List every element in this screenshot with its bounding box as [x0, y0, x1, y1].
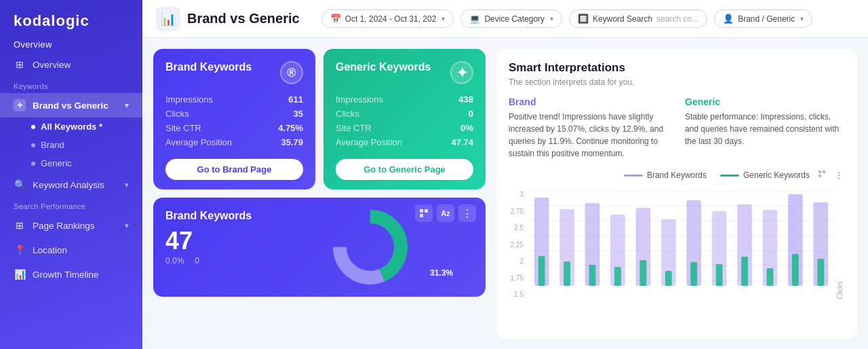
brand-ctr-metric: Site CTR 4.75%: [165, 121, 303, 135]
smart-interpretations-subtitle: The section interprets data for you.: [509, 77, 845, 87]
y-label-275: 2.75: [509, 208, 524, 215]
svg-rect-30: [614, 267, 621, 286]
chevron-down-icon: ▾: [550, 15, 553, 22]
date-range-filter[interactable]: 📅 Oct 1, 2024 - Oct 31, 202 ▾: [321, 10, 454, 28]
sidebar-item-growth-timeline[interactable]: 📊 Growth Timeline: [0, 262, 142, 287]
location-icon: 📍: [14, 244, 26, 256]
sidebar-item-brand-vs-generic[interactable]: ＋ Brand vs Generic ▾: [0, 93, 142, 117]
bar-chart-svg: [528, 191, 835, 296]
generic-legend-line: [720, 174, 739, 177]
growth-timeline-icon: 📊: [14, 268, 26, 280]
search-perf-label: Search Performance: [0, 197, 142, 213]
impressions-value: 438: [458, 94, 473, 105]
brand-kw-percent: 0.0%: [165, 256, 184, 265]
generic-legend-item: Generic Keywords: [720, 170, 810, 180]
device-icon: 💻: [469, 14, 480, 24]
go-to-generic-page-button[interactable]: Go to Generic Page: [336, 159, 473, 180]
y-label-175: 1.75: [509, 274, 524, 282]
device-category-filter[interactable]: 💻 Device Category ▾: [460, 10, 562, 28]
clicks-label: Clicks: [165, 109, 189, 119]
pos-label: Average Position: [165, 137, 232, 147]
chart-toolbar: ⋮: [816, 168, 845, 183]
ctr-label: Site CTR: [165, 123, 201, 133]
brand-kw-zero: 0: [195, 256, 199, 265]
sidebar-item-page-rankings[interactable]: ⊞ Page Rankings ▾: [0, 213, 142, 238]
pos-value: 35.79: [281, 137, 303, 147]
generic-pos-metric: Average Position 47.74: [336, 135, 473, 149]
keyword-analysis-icon: 🔍: [14, 179, 26, 191]
svg-rect-34: [716, 264, 723, 286]
chart-more-button[interactable]: ⋮: [833, 168, 845, 183]
keyword-icon: 🔲: [578, 14, 589, 24]
brand-legend-label: Brand Keywords: [647, 170, 707, 180]
segment-icon: 👤: [723, 14, 734, 24]
svg-rect-29: [589, 265, 596, 286]
sidebar-item-location[interactable]: 📍 Location: [0, 238, 142, 262]
header: 📊 Brand vs Generic 📅 Oct 1, 2024 - Oct 3…: [142, 0, 868, 38]
svg-rect-35: [741, 257, 748, 286]
sidebar-item-keyword-analysis[interactable]: 🔍 Keyword Analysis ▾: [0, 172, 142, 197]
go-to-brand-page-button[interactable]: Go to Brand Page: [165, 159, 303, 180]
left-panel: Brand Keywords ® Impressions 611 Clicks …: [153, 49, 486, 338]
page-rankings-icon: ⊞: [14, 219, 26, 232]
brand-interpretation-text: Positive trend! Impressions have slightl…: [509, 111, 669, 160]
y-label-right: Clicks: [835, 191, 845, 299]
chart-wrap: 3 2.75 2.5 2.25 2 1.75 1.5: [509, 191, 845, 299]
brand-legend-item: Brand Keywords: [624, 170, 707, 180]
svg-rect-6: [823, 170, 825, 173]
generic-legend-label: Generic Keywords: [743, 170, 810, 180]
sidebar-subitem-generic[interactable]: Generic: [0, 154, 142, 172]
brand-generic-icon: ＋: [14, 99, 26, 111]
segment-filter[interactable]: 👤 Brand / Generic ▾: [714, 10, 812, 28]
keyword-search-value: search co...: [656, 14, 698, 24]
brand-interpretation-label: Brand: [509, 96, 669, 107]
page-icon: 📊: [156, 7, 180, 31]
svg-rect-27: [538, 256, 545, 286]
clicks-value: 0: [469, 109, 473, 119]
chart-export-button[interactable]: [816, 168, 829, 183]
generic-card-header: Generic Keywords ✦: [336, 61, 473, 84]
svg-rect-38: [817, 259, 824, 286]
sidebar-subitem-all-keywords[interactable]: All Keywords *: [0, 117, 142, 136]
impressions-label: Impressions: [336, 94, 383, 105]
chart-legend: Brand Keywords Generic Keywords: [624, 170, 810, 180]
chart-area: Brand Keywords Generic Keywords: [509, 170, 845, 326]
brand-card-header: Brand Keywords ®: [165, 61, 303, 84]
sidebar-subitem-brand[interactable]: Brand: [0, 136, 142, 154]
brand-clicks-metric: Clicks 35: [165, 107, 303, 121]
pie-chart: [333, 210, 408, 284]
ctr-value: 4.75%: [278, 123, 303, 133]
dot-icon: [31, 162, 35, 166]
brand-pos-metric: Average Position 35.79: [165, 135, 303, 149]
generic-keywords-card: Generic Keywords ✦ Impressions 438 Click…: [323, 49, 486, 189]
main-area: 📊 Brand vs Generic 📅 Oct 1, 2024 - Oct 3…: [142, 0, 868, 349]
brand-kw-section-left: Brand Keywords 47 0.0% 0: [165, 210, 267, 284]
generic-interpretation: Generic Stable performance: Impressions,…: [685, 96, 845, 160]
svg-rect-5: [818, 170, 821, 173]
y-label-3: 3: [509, 191, 524, 198]
y-label-2: 2: [509, 257, 524, 265]
generic-ctr-metric: Site CTR 0%: [336, 121, 473, 135]
content-area: Brand Keywords ® Impressions 611 Clicks …: [142, 38, 868, 349]
ctr-label: Site CTR: [336, 123, 372, 133]
right-panel: Smart Interpretations The section interp…: [496, 49, 857, 338]
chevron-down-icon: ▾: [125, 181, 129, 189]
keyword-search-filter[interactable]: 🔲 Keyword Search search co...: [569, 10, 707, 28]
sidebar-item-label: Brand vs Generic: [33, 100, 108, 111]
sidebar-item-overview[interactable]: ⊞ Overview: [0, 52, 142, 77]
overview-icon: ⊞: [14, 58, 26, 71]
y-axis: 3 2.75 2.5 2.25 2 1.75 1.5: [509, 191, 528, 299]
smart-bold: Smart: [509, 61, 541, 74]
impressions-label: Impressions: [165, 94, 213, 105]
svg-rect-31: [639, 260, 646, 286]
generic-impressions-metric: Impressions 438: [336, 92, 473, 107]
subitem-label: Brand: [41, 140, 64, 150]
smart-interpretations-title: Smart Interpretations: [509, 61, 845, 75]
svg-rect-36: [767, 268, 774, 286]
impressions-value: 611: [288, 94, 303, 105]
chevron-down-icon: ▾: [125, 221, 129, 230]
keyword-search-label: Keyword Search: [593, 14, 652, 24]
dot-icon: [31, 143, 35, 147]
brand-interpretation: Brand Positive trend! Impressions have s…: [509, 96, 669, 160]
svg-rect-7: [818, 174, 821, 177]
